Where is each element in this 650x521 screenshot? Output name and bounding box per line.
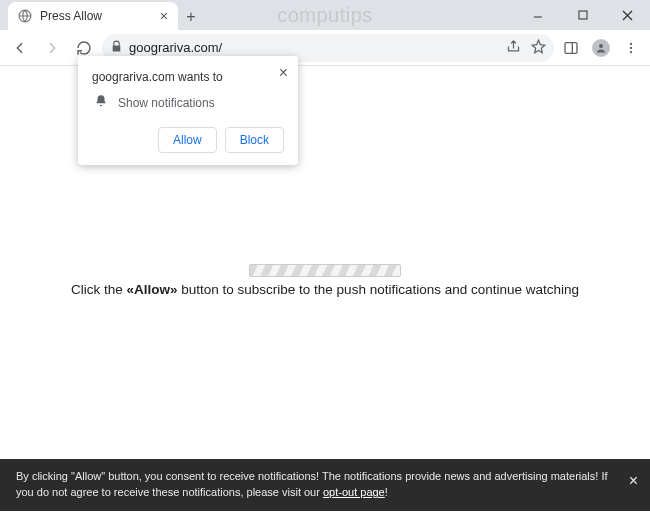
- permission-row: Show notifications: [92, 94, 284, 111]
- side-panel-icon[interactable]: [558, 35, 584, 61]
- allow-word: Allow: [126, 282, 177, 297]
- banner-close-icon[interactable]: ×: [629, 469, 638, 492]
- permission-label: Show notifications: [118, 96, 215, 110]
- tab-title: Press Allow: [40, 9, 102, 23]
- menu-button[interactable]: [618, 35, 644, 61]
- bell-icon: [94, 94, 108, 111]
- svg-point-9: [630, 46, 632, 48]
- forward-button[interactable]: [38, 34, 66, 62]
- opt-out-link[interactable]: opt-out page: [323, 486, 385, 498]
- close-window-button[interactable]: [605, 0, 650, 30]
- maximize-button[interactable]: [560, 0, 605, 30]
- svg-rect-2: [579, 11, 587, 19]
- svg-rect-5: [565, 42, 577, 53]
- window-controls: [515, 0, 650, 30]
- profile-button[interactable]: [588, 35, 614, 61]
- avatar-icon: [592, 39, 610, 57]
- share-icon[interactable]: [506, 39, 521, 57]
- minimize-button[interactable]: [515, 0, 560, 30]
- dialog-close-icon[interactable]: ×: [279, 64, 288, 82]
- dialog-title: goograriva.com wants to: [92, 70, 284, 84]
- svg-point-10: [630, 50, 632, 52]
- banner-text: By clicking "Allow" button, you consent …: [16, 470, 608, 498]
- tab-close-icon[interactable]: ×: [160, 9, 168, 23]
- svg-point-8: [630, 42, 632, 44]
- consent-banner: × By clicking "Allow" button, you consen…: [0, 459, 650, 511]
- svg-point-7: [599, 44, 603, 48]
- star-icon[interactable]: [531, 39, 546, 57]
- browser-tab[interactable]: Press Allow ×: [8, 2, 178, 30]
- back-button[interactable]: [6, 34, 34, 62]
- new-tab-button[interactable]: +: [178, 4, 204, 30]
- lock-icon: [110, 40, 123, 56]
- titlebar: computips Press Allow × +: [0, 0, 650, 30]
- watermark-text: computips: [277, 4, 373, 27]
- permission-dialog: × goograriva.com wants to Show notificat…: [78, 56, 298, 165]
- instruction-text: Click the Allow button to subscribe to t…: [0, 282, 650, 298]
- allow-button[interactable]: Allow: [158, 127, 217, 153]
- block-button[interactable]: Block: [225, 127, 284, 153]
- loading-bar: [249, 264, 401, 277]
- globe-icon: [18, 9, 32, 23]
- page-content: × goograriva.com wants to Show notificat…: [0, 66, 650, 521]
- url-text[interactable]: goograriva.com/: [129, 40, 500, 55]
